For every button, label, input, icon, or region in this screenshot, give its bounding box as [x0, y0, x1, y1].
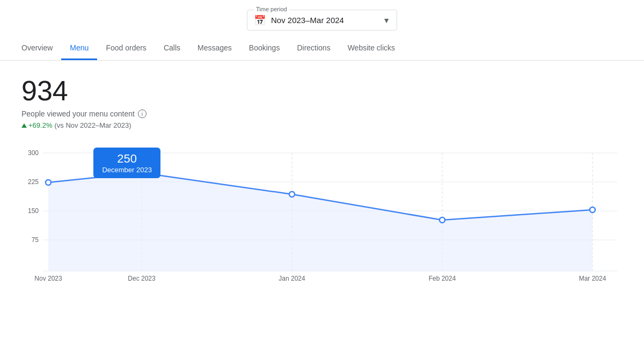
calendar-icon: 📅	[254, 14, 266, 26]
metric-value: 934	[21, 76, 623, 106]
svg-text:150: 150	[28, 207, 39, 215]
tab-bookings[interactable]: Bookings	[240, 37, 289, 60]
svg-text:225: 225	[28, 178, 39, 186]
tab-menu[interactable]: Menu	[61, 37, 97, 60]
tab-messages[interactable]: Messages	[189, 37, 240, 60]
svg-text:75: 75	[32, 236, 39, 244]
tab-food-orders[interactable]: Food orders	[97, 37, 155, 60]
chart-point-jan[interactable]	[289, 192, 295, 197]
tab-directions[interactable]: Directions	[288, 37, 339, 60]
chart-svg: 300 225 150 75 Nov 2023 Dec 2023 Jan 202	[21, 142, 623, 282]
time-period-label: Time period	[254, 6, 289, 12]
chart-point-dec[interactable]	[138, 170, 145, 176]
svg-text:Mar 2024: Mar 2024	[579, 275, 606, 282]
main-content: 934 People viewed your menu content i +6…	[0, 61, 644, 292]
info-icon[interactable]: i	[138, 109, 147, 118]
metric-description-text: People viewed your menu content	[21, 109, 135, 118]
change-comparison: (vs Nov 2022–Mar 2023)	[54, 121, 131, 129]
change-positive: +69.2%	[21, 121, 52, 129]
time-period-section: Time period 📅 Nov 2023–Mar 2024 ▼	[0, 0, 644, 37]
navigation-tabs: Overview Menu Food orders Calls Messages…	[0, 37, 644, 61]
tab-calls[interactable]: Calls	[155, 37, 189, 60]
svg-text:Feb 2024: Feb 2024	[429, 275, 456, 282]
chart-point-nov[interactable]	[46, 180, 51, 185]
time-period-value: Nov 2023–Mar 2024	[271, 16, 344, 25]
svg-text:Nov 2023: Nov 2023	[34, 275, 62, 282]
tab-overview[interactable]: Overview	[13, 37, 61, 60]
chart-container: 300 225 150 75 Nov 2023 Dec 2023 Jan 202	[21, 142, 623, 282]
dropdown-arrow-icon: ▼	[383, 16, 390, 25]
metric-description: People viewed your menu content i	[21, 109, 623, 118]
chart-point-feb[interactable]	[440, 217, 445, 223]
svg-text:300: 300	[28, 149, 39, 157]
metric-change: +69.2% (vs Nov 2022–Mar 2023)	[21, 121, 623, 129]
svg-text:Jan 2024: Jan 2024	[279, 275, 305, 282]
tab-website-clicks[interactable]: Website clicks	[339, 37, 404, 60]
time-period-dropdown[interactable]: Time period 📅 Nov 2023–Mar 2024 ▼	[247, 10, 397, 31]
change-value: +69.2%	[28, 121, 52, 129]
svg-text:Dec 2023: Dec 2023	[128, 275, 156, 282]
chart-point-mar[interactable]	[590, 207, 595, 213]
arrow-up-icon	[21, 123, 27, 128]
